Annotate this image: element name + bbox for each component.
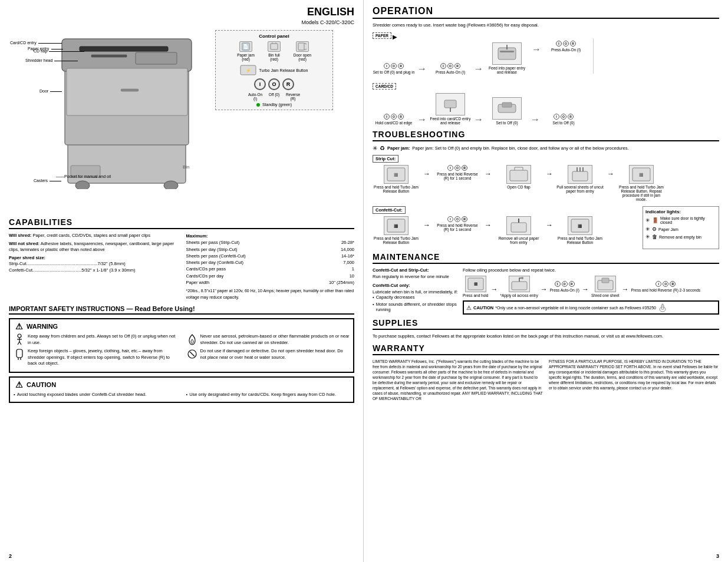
standby-label: Standby (green)	[262, 103, 292, 107]
paper-jam-bold: Paper jam:	[387, 146, 410, 151]
ts-btn-i: I	[447, 165, 453, 171]
warning-text-4: Do not use if damaged or defective. Do n…	[200, 348, 350, 361]
svg-rect-6	[67, 68, 187, 115]
cc-step-2: I O R Press and hold Reverse (R) for 1 s…	[434, 216, 481, 232]
op-step-3-text: Feed into paper entry and release	[486, 66, 528, 74]
ts-text-1: Press and hold Turbo Jam Release Button	[373, 185, 420, 193]
ts-btn-o: O	[454, 165, 460, 171]
cc-arrow-1: →	[423, 221, 430, 229]
page-number-right: 3	[716, 553, 719, 559]
capabilities-content: Will shred: Paper, credit cards, CD/DVDs…	[9, 233, 354, 300]
card-section: CARD/CD I O R Hold card/CD at edge →	[373, 83, 585, 125]
cc-step-3: Remove all uncut paper from entry	[495, 216, 542, 244]
maint-text-5: Press and hold Reverse (R) 2-3 seconds	[631, 288, 700, 292]
btn-reverse[interactable]: R	[282, 78, 294, 90]
spec-confetti-day: Sheets per day (Confetti-Cut)7,000	[186, 259, 355, 266]
op-ior-2: I O R	[440, 63, 460, 69]
label-pocket: ——Pocket for manual and oil	[56, 174, 111, 178]
op-btn-i-4: I	[556, 41, 562, 47]
maint-arrow-3: →	[582, 285, 589, 293]
ts-step-5: ▦ Press and hold Turbo Jam Release Butto…	[618, 165, 665, 201]
maint-steps: ▦ Press and hold → *Apply oil across ent…	[463, 276, 719, 297]
svg-rect-53	[602, 278, 609, 283]
op-card-step-1-text: Hold card/CD at edge	[375, 121, 413, 125]
svg-rect-9	[121, 89, 139, 91]
label-off: Off (0)	[266, 92, 282, 101]
door-ind-icon: 🚪	[652, 217, 658, 223]
ts-arrow-1: →	[423, 170, 430, 178]
will-shred: Will shred: Paper, credit cards, CD/DVDs…	[9, 233, 177, 239]
svg-text:📄: 📄	[243, 44, 249, 49]
svg-point-8	[164, 181, 178, 189]
warning-label: WARNING	[27, 323, 58, 330]
op-card-step-3: Set to Off (0)	[486, 97, 528, 125]
confetti-only-text: Lubricate when bin is full, or immediate…	[373, 289, 458, 312]
ts-arrow-4: →	[607, 170, 614, 178]
ior-buttons: I O R	[219, 78, 330, 90]
op-card-step-1: I O R Hold card/CD at edge	[373, 114, 415, 125]
indicator-lights-box: Indicator lights: ✳ 🚪 Make sure door is …	[643, 206, 719, 249]
caution-col-right: • Use only designated entry for cards/CD…	[186, 392, 350, 400]
svg-rect-34	[444, 100, 456, 108]
svg-rect-33	[500, 51, 514, 52]
indicator-paper-jam: 📄 Paper jam(red)	[234, 41, 258, 61]
warning-text-2: Keep foreign objects – gloves, jewelry, …	[28, 348, 177, 367]
maximum-label: Maximum:	[186, 233, 355, 239]
spec-cards-pass: Cards/CDs per pass1	[186, 266, 355, 272]
btn-auto-on[interactable]: I	[254, 78, 266, 90]
svg-line-31	[190, 352, 195, 356]
bin-full-label: Bin full(red)	[268, 53, 280, 61]
ts-arrow-3: →	[546, 170, 553, 178]
cc-text-3: Remove all uncut paper from entry	[495, 236, 542, 244]
turbo-release-row: ⚡ Turbo Jam Release Button	[219, 65, 330, 75]
cc-text-2: Press and hold Reverse (R) for 1 second	[434, 223, 481, 232]
troubleshooting-title: TROUBLESHOOTING	[373, 130, 719, 141]
strip-cut-label: Strip Cut:	[373, 155, 398, 163]
will-shred-label: Will shred:	[9, 233, 31, 238]
hand-warning-icon	[14, 348, 25, 360]
caution-text-1: Avoid touching exposed blades under Conf…	[17, 392, 147, 398]
op-ior-c1: I O R	[384, 114, 404, 120]
caution-inline-text: *Only use a non-aerosol vegetable oil in…	[495, 306, 656, 310]
cap-note: *20lbs., 8.5"x11" paper at 120v, 60 Hz, …	[186, 288, 355, 300]
ts-step-3: Open CD flap	[495, 165, 542, 189]
caution-item-1: • Avoid touching exposed blades under Co…	[14, 392, 177, 398]
ts-arrow-2: →	[485, 170, 492, 178]
standby-dot	[256, 103, 260, 107]
op-btn-r-2: R	[454, 63, 460, 69]
ind-row-1: ✳ 🚪 Make sure door is tightly closed	[645, 216, 716, 224]
ind-row-2: ✳ ⚙ Paper Jam	[645, 226, 716, 232]
child-warning-icon	[14, 333, 25, 345]
maint-bullet-1: •Capacity decreases	[373, 295, 458, 300]
op-btn-r-c4: R	[568, 114, 574, 120]
svg-text:⚡: ⚡	[246, 68, 251, 73]
op-step-4-text: Press Auto-On (I)	[551, 48, 581, 52]
op-card-step-2-text: Feed into card/CD entry and release	[429, 117, 472, 125]
svg-rect-45	[511, 223, 526, 232]
label-casters: Casters	[34, 178, 61, 183]
cc-step-4: ▦ Press and hold Turbo Jam Release Butto…	[556, 216, 604, 244]
sun-ind2-icon: ✳	[645, 226, 650, 232]
paper-jam-note-text: Paper jam: Set to Off (0) and empty bin.…	[412, 146, 628, 151]
ts-icon-1: ▦	[384, 165, 409, 184]
ind-text-1: Make sure door is tightly closed	[660, 216, 716, 224]
spec-strip-day: Sheets per day (Strip-Cut)14,000	[186, 246, 355, 253]
svg-point-22	[18, 334, 21, 338]
strip-cut-spec: Strip-Cut...............................…	[9, 261, 177, 267]
ts-icon-5: ▦	[629, 165, 654, 184]
op-card-step-3-text: Set to Off (0)	[496, 121, 518, 125]
svg-line-18	[304, 43, 307, 44]
svg-text:▦: ▦	[394, 223, 398, 229]
cc-btn-r: R	[462, 216, 467, 222]
ts-step-4: Pull several sheets of uncut paper from …	[556, 165, 604, 193]
svg-text:▦: ▦	[578, 223, 582, 229]
op-step-1-text: Set to Off (0) and plug in	[373, 70, 415, 74]
indicator-bin-full: Bin full(red)	[262, 41, 286, 61]
warranty-col-left: LIMITED WARRANTY Fellowes, Inc. ("Fellow…	[373, 359, 543, 402]
arrow-2: →	[474, 64, 483, 74]
bin-ind-icon: 🗑	[652, 234, 657, 240]
btn-off[interactable]: O	[268, 78, 280, 90]
cc-icon-3	[506, 216, 531, 235]
warning-box: ⚠ WARNING Keep away from children and pe…	[9, 318, 354, 373]
maint-step-1: ▦ Press and hold	[463, 276, 488, 297]
